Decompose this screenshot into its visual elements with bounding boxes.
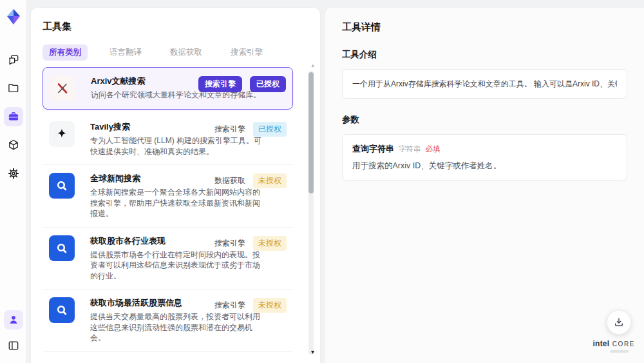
tool-card[interactable]: 全球新闻搜索 全球新闻搜索是一个聚合全球各大新闻网站内容的搜索引擎，帮助用户快速… [43, 165, 293, 228]
tab-3[interactable]: 搜索引擎 [224, 44, 269, 61]
panel-toggle-icon[interactable] [4, 336, 23, 355]
download-button[interactable] [607, 310, 631, 335]
tool-description: 提供股票市场各个行业在特定时间段内的表现。投资者可以利用这些信息来识别表现优于或… [90, 250, 263, 282]
tool-auth-badge: 未授权 [253, 236, 287, 251]
tool-category-label: 数据获取 [214, 175, 245, 186]
tool-card-badges: 搜索引擎 已授权 [214, 122, 287, 137]
tool-card-badges: 搜索引擎 未授权 [214, 236, 287, 251]
left-icon-rail [0, 0, 27, 363]
tool-auth-badge: 已授权 [253, 122, 287, 137]
param-required-badge: 必填 [426, 144, 440, 154]
tab-1[interactable]: 语言翻译 [103, 44, 148, 61]
scroll-up-icon[interactable]: ▴ [311, 63, 314, 68]
intro-text: 一个用于从Arxiv存储库搜索科学论文和文章的工具。 输入可以是Arxiv ID… [352, 78, 617, 90]
search-blue-icon [49, 173, 75, 199]
tool-description: 提供当天交易量最高的股票列表，投资者可以利用这些信息来识别流动性强的股票和潜在的… [90, 311, 263, 344]
arxiv-icon [50, 75, 75, 101]
tools-panel: 工具集 所有类别语言翻译数据获取搜索引擎 Arxiv文献搜索 访问各个研究领域大… [31, 8, 320, 363]
param-header: 查询字符串 字符串 必填 [352, 143, 617, 155]
intro-box: 一个用于从Arxiv存储库搜索科学论文和文章的工具。 输入可以是Arxiv ID… [342, 69, 627, 99]
rail-bottom [4, 310, 23, 355]
tool-category-label: 搜索引擎 [214, 124, 245, 135]
tool-description: 全球新闻搜索是一个聚合全球各大新闻网站内容的搜索引擎，帮助用户快速获取全球最新资… [90, 187, 263, 219]
tab-0[interactable]: 所有类别 [43, 44, 88, 61]
param-description: 用于搜索的Arxiv ID、关键字或作者姓名。 [352, 161, 617, 172]
tool-card-badges: 搜索引擎 未授权 [214, 298, 287, 313]
param-box: 查询字符串 字符串 必填 用于搜索的Arxiv ID、关键字或作者姓名。 [342, 134, 627, 181]
details-title: 工具详情 [342, 21, 627, 34]
tool-description: 专为人工智能代理 (LLM) 构建的搜索引擎工具。可快速提供实时、准确和真实的结… [90, 135, 263, 157]
tool-card[interactable]: 获取股市各行业表现 提供股票市场各个行业在特定时间段内的表现。投资者可以利用这些… [43, 228, 293, 290]
brand-core-text: CORE [612, 340, 635, 348]
scrollbar-thumb[interactable] [308, 72, 314, 193]
sparkle-icon [49, 121, 75, 147]
intel-core-logo: intel CORE [593, 339, 635, 353]
gear-icon[interactable] [4, 164, 23, 183]
tool-auth-badge: 未授权 [253, 298, 287, 313]
brand-intel-text: intel [593, 339, 610, 348]
tool-category-label: 搜索引擎 [214, 238, 245, 249]
app-logo-icon [5, 8, 23, 26]
tool-card-badges: 数据获取 未授权 [214, 173, 287, 188]
brand-decoration [610, 350, 629, 353]
category-tabs: 所有类别语言翻译数据获取搜索引擎 [43, 44, 308, 61]
tool-auth-badge: 未授权 [253, 173, 287, 188]
param-name: 查询字符串 [352, 143, 394, 155]
tab-2[interactable]: 数据获取 [164, 44, 209, 61]
params-heading: 参数 [342, 114, 627, 126]
search-blue-icon [49, 297, 75, 323]
tool-card[interactable]: 万维地区新闻查询 查询具体行政区划内的新闻，快速了解各地新闻动 搜索引擎 未授权 [43, 352, 293, 359]
scroll-down-icon[interactable]: ▾ [311, 349, 314, 355]
scrollbar-track[interactable] [308, 71, 314, 355]
tool-card[interactable]: Tavily搜索 专为人工智能代理 (LLM) 构建的搜索引擎工具。可快速提供实… [43, 113, 293, 165]
intro-heading: 工具介绍 [342, 49, 627, 61]
tool-card-badges: 搜索引擎 已授权 [198, 76, 286, 92]
param-type: 字符串 [399, 144, 421, 154]
tool-card[interactable]: Arxiv文献搜索 访问各个研究领域大量科学论文和文章的存储库。 搜索引擎 已授… [43, 67, 293, 110]
folder-icon[interactable] [4, 79, 23, 98]
tool-card[interactable]: 获取市场最活跃股票信息 提供当天交易量最高的股票列表，投资者可以利用这些信息来识… [43, 289, 293, 352]
tool-details-panel: 工具详情 工具介绍 一个用于从Arxiv存储库搜索科学论文和文章的工具。 输入可… [325, 8, 644, 363]
user-icon[interactable] [4, 310, 23, 329]
tool-list: Arxiv文献搜索 访问各个研究领域大量科学论文和文章的存储库。 搜索引擎 已授… [43, 67, 308, 358]
cube-icon[interactable] [4, 135, 23, 155]
tools-panel-title: 工具集 [43, 21, 308, 33]
tool-auth-badge: 已授权 [250, 76, 286, 92]
tool-category-label: 搜索引擎 [198, 76, 242, 92]
search-blue-icon [49, 235, 75, 261]
briefcase-icon[interactable] [4, 107, 23, 126]
chat-icon[interactable] [4, 50, 23, 70]
download-icon [613, 317, 625, 328]
rail-nav [4, 50, 23, 183]
tool-category-label: 搜索引擎 [214, 300, 245, 311]
